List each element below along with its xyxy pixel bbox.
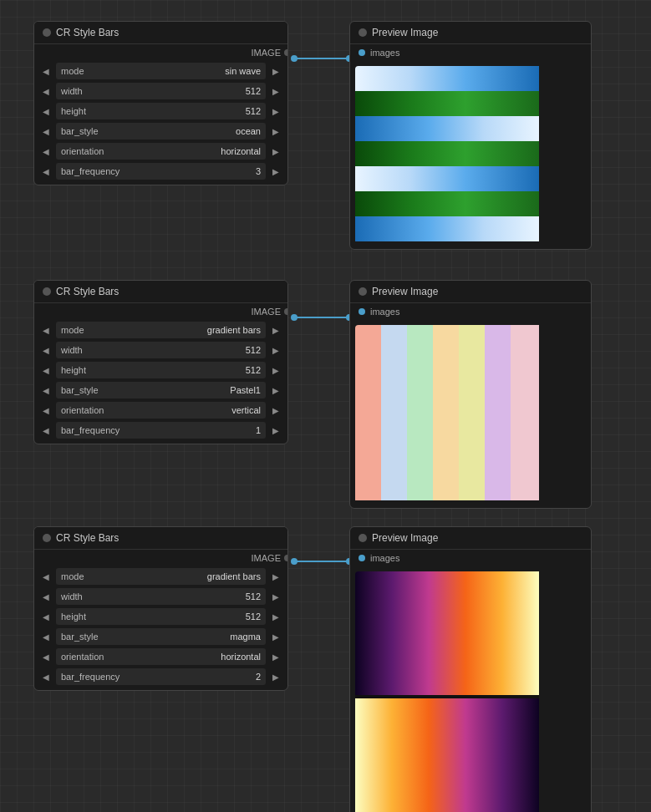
- pastel-bars-svg: [355, 325, 539, 500]
- arrow-left-height-2[interactable]: ◀: [39, 363, 53, 377]
- arrow-right-mode-2[interactable]: ▶: [269, 323, 282, 337]
- pastel-preview-canvas: [355, 325, 586, 503]
- preview-image-3: Preview Image images: [349, 526, 592, 812]
- row-inner-barfreq-3: bar_frequency 2: [56, 668, 266, 685]
- arrow-right-barstyle-1[interactable]: ▶: [269, 124, 282, 138]
- arrow-left-orientation-2[interactable]: ◀: [39, 403, 53, 417]
- label-width-2: width: [61, 345, 246, 355]
- svg-rect-14: [355, 191, 539, 216]
- arrow-right-barstyle-3[interactable]: ▶: [269, 630, 282, 643]
- node-status-dot-1: [43, 28, 51, 37]
- arrow-left-barstyle-3[interactable]: ◀: [39, 630, 53, 643]
- arrow-right-barfreq-1[interactable]: ▶: [269, 165, 282, 178]
- svg-rect-17: [381, 325, 407, 500]
- arrow-right-height-1[interactable]: ▶: [269, 104, 282, 118]
- node-image-output-3: IMAGE: [34, 550, 287, 566]
- svg-rect-21: [485, 325, 511, 500]
- row-barstyle-1: ◀ bar_style ocean ▶: [34, 121, 287, 141]
- node-status-dot-3: [43, 534, 51, 542]
- arrow-right-width-2[interactable]: ▶: [269, 343, 282, 357]
- row-inner-width-3: width 512: [56, 588, 266, 605]
- arrow-left-orientation-1[interactable]: ◀: [39, 145, 53, 158]
- svg-rect-25: [355, 698, 539, 812]
- preview-input-port-3[interactable]: [359, 555, 365, 561]
- arrow-right-orientation-1[interactable]: ▶: [269, 145, 282, 158]
- label-barstyle-3: bar_style: [61, 632, 230, 642]
- preview-title-2: Preview Image: [372, 286, 438, 297]
- arrow-left-barfreq-1[interactable]: ◀: [39, 165, 53, 178]
- value-barstyle-3: magma: [230, 632, 261, 642]
- arrow-left-barfreq-3[interactable]: ◀: [39, 670, 53, 683]
- preview-input-port-1[interactable]: [359, 49, 365, 56]
- output-port-1[interactable]: [284, 49, 288, 56]
- node-image-output-2: IMAGE: [34, 303, 287, 320]
- arrow-right-mode-1[interactable]: ▶: [269, 64, 282, 78]
- svg-rect-9: [355, 66, 539, 91]
- preview-input-port-2[interactable]: [359, 308, 365, 315]
- arrow-left-width-1[interactable]: ◀: [39, 84, 53, 98]
- preview-images-row-2: images: [350, 303, 591, 320]
- svg-point-3: [291, 314, 298, 321]
- arrow-left-orientation-3[interactable]: ◀: [39, 650, 53, 663]
- row-inner-orientation-3: orientation horizontal: [56, 648, 266, 665]
- arrow-right-height-2[interactable]: ▶: [269, 363, 282, 377]
- row-inner-mode-2: mode gradient bars: [56, 322, 266, 338]
- value-mode-3: gradient bars: [207, 571, 261, 581]
- label-orientation-3: orientation: [61, 652, 221, 662]
- preview-images-label-3: images: [370, 553, 399, 563]
- node-image-output-1: IMAGE: [34, 44, 287, 61]
- arrow-left-barstyle-1[interactable]: ◀: [39, 124, 53, 138]
- arrow-right-barfreq-2[interactable]: ▶: [269, 424, 282, 437]
- arrow-right-barfreq-3[interactable]: ▶: [269, 670, 282, 683]
- node-header-2: CR Style Bars: [34, 281, 287, 303]
- arrow-left-width-3[interactable]: ◀: [39, 590, 53, 603]
- arrow-right-width-3[interactable]: ▶: [269, 590, 282, 603]
- arrow-right-mode-3[interactable]: ▶: [269, 570, 282, 583]
- output-port-3[interactable]: [284, 555, 288, 561]
- row-inner-barfreq-1: bar_frequency 3: [56, 163, 266, 180]
- node-cr-style-bars-3: CR Style Bars IMAGE ◀ mode gradient bars…: [33, 526, 288, 691]
- arrow-right-width-1[interactable]: ▶: [269, 84, 282, 98]
- arrow-left-width-2[interactable]: ◀: [39, 343, 53, 357]
- row-inner-barstyle-1: bar_style ocean: [56, 123, 266, 140]
- preview-title-3: Preview Image: [372, 532, 438, 544]
- row-orientation-3: ◀ orientation horizontal ▶: [34, 647, 287, 667]
- label-height-1: height: [61, 106, 246, 116]
- preview-header-3: Preview Image: [350, 527, 591, 550]
- label-mode-3: mode: [61, 571, 207, 581]
- row-barstyle-2: ◀ bar_style Pastel1 ▶: [34, 380, 287, 400]
- row-barfreq-3: ◀ bar_frequency 2 ▶: [34, 667, 287, 687]
- row-orientation-1: ◀ orientation horizontal ▶: [34, 141, 287, 161]
- row-orientation-2: ◀ orientation vertical ▶: [34, 400, 287, 420]
- arrow-left-mode-2[interactable]: ◀: [39, 323, 53, 337]
- value-orientation-3: horizontal: [221, 652, 261, 662]
- arrow-right-orientation-2[interactable]: ▶: [269, 403, 282, 417]
- arrow-right-orientation-3[interactable]: ▶: [269, 650, 282, 663]
- ocean-preview-canvas: [355, 66, 586, 244]
- arrow-left-mode-1[interactable]: ◀: [39, 64, 53, 78]
- arrow-right-height-3[interactable]: ▶: [269, 610, 282, 623]
- arrow-right-barstyle-2[interactable]: ▶: [269, 383, 282, 397]
- svg-rect-24: [355, 695, 539, 698]
- label-width-1: width: [61, 86, 246, 96]
- arrow-left-height-1[interactable]: ◀: [39, 104, 53, 118]
- arrow-left-height-3[interactable]: ◀: [39, 610, 53, 623]
- preview-images-row-1: images: [350, 44, 591, 61]
- label-width-3: width: [61, 591, 246, 601]
- row-barfreq-1: ◀ bar_frequency 3 ▶: [34, 161, 287, 181]
- row-barstyle-3: ◀ bar_style magma ▶: [34, 627, 287, 647]
- row-barfreq-2: ◀ bar_frequency 1 ▶: [34, 420, 287, 440]
- svg-rect-22: [511, 325, 539, 500]
- preview-header-2: Preview Image: [350, 281, 591, 303]
- preview-images-label-2: images: [370, 307, 399, 317]
- arrow-left-mode-3[interactable]: ◀: [39, 570, 53, 583]
- label-barstyle-1: bar_style: [61, 126, 236, 136]
- row-inner-barstyle-3: bar_style magma: [56, 628, 266, 645]
- value-mode-1: sin wave: [225, 66, 261, 76]
- node-title-1: CR Style Bars: [56, 27, 119, 38]
- ocean-bars-svg: [355, 66, 539, 241]
- arrow-left-barfreq-2[interactable]: ◀: [39, 424, 53, 437]
- label-mode-1: mode: [61, 66, 225, 76]
- arrow-left-barstyle-2[interactable]: ◀: [39, 383, 53, 397]
- output-port-2[interactable]: [284, 308, 288, 315]
